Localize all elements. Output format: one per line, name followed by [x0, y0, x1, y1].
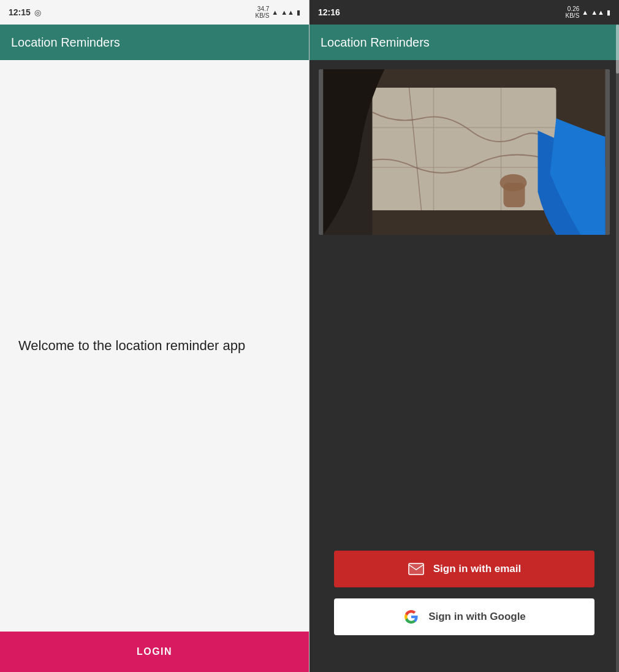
email-icon — [408, 563, 425, 575]
welcome-text: Welcome to the location reminder app — [18, 338, 245, 354]
signin-area: Sign in with email Sign in with Google — [310, 551, 619, 635]
signin-google-label: Sign in with Google — [428, 611, 526, 623]
left-time: 12:15 — [9, 7, 31, 17]
svg-rect-7 — [504, 183, 525, 207]
map-image — [319, 69, 610, 235]
left-toolbar: Location Reminders — [0, 25, 309, 60]
right-battery-icon: ▮ — [607, 9, 610, 17]
right-status-bar: 12:16 0.26KB/S ▲ ▲▲ ▮ — [310, 0, 619, 25]
battery-icon: ▮ — [297, 9, 300, 17]
signal-icon-1: ▲▲ — [281, 9, 294, 16]
left-toolbar-title: Location Reminders — [11, 36, 120, 50]
right-toolbar-title: Location Reminders — [321, 36, 430, 50]
signin-email-label: Sign in with email — [433, 563, 522, 575]
wifi-icon: ▲ — [272, 9, 278, 16]
left-status-icons: 34.7KB/S ▲ ▲▲ ▮ — [256, 6, 300, 19]
login-button[interactable]: LOGIN — [0, 632, 309, 672]
right-wifi-icon: ▲ — [582, 9, 588, 16]
right-phone: 12:16 0.26KB/S ▲ ▲▲ ▮ Location Reminders — [310, 0, 619, 672]
svg-rect-1 — [360, 88, 556, 210]
left-phone: 12:15 ◎ 34.7KB/S ▲ ▲▲ ▮ Location Reminde… — [0, 0, 310, 672]
right-data-speed: 0.26KB/S — [566, 6, 580, 19]
left-content: Welcome to the location reminder app — [0, 60, 309, 632]
signin-google-button[interactable]: Sign in with Google — [334, 598, 594, 635]
google-icon — [403, 608, 420, 625]
svg-rect-8 — [408, 563, 424, 575]
scrollbar[interactable] — [616, 25, 619, 672]
notification-icon: ◎ — [34, 8, 41, 17]
left-data-speed: 34.7KB/S — [256, 6, 270, 19]
right-signal-icon: ▲▲ — [591, 9, 604, 16]
left-status-bar: 12:15 ◎ 34.7KB/S ▲ ▲▲ ▮ — [0, 0, 309, 25]
right-toolbar: Location Reminders — [310, 25, 619, 60]
right-status-icons: 0.26KB/S ▲ ▲▲ ▮ — [566, 6, 610, 19]
signin-email-button[interactable]: Sign in with email — [334, 551, 594, 587]
scrollbar-thumb — [616, 25, 619, 74]
right-time: 12:16 — [318, 7, 340, 17]
